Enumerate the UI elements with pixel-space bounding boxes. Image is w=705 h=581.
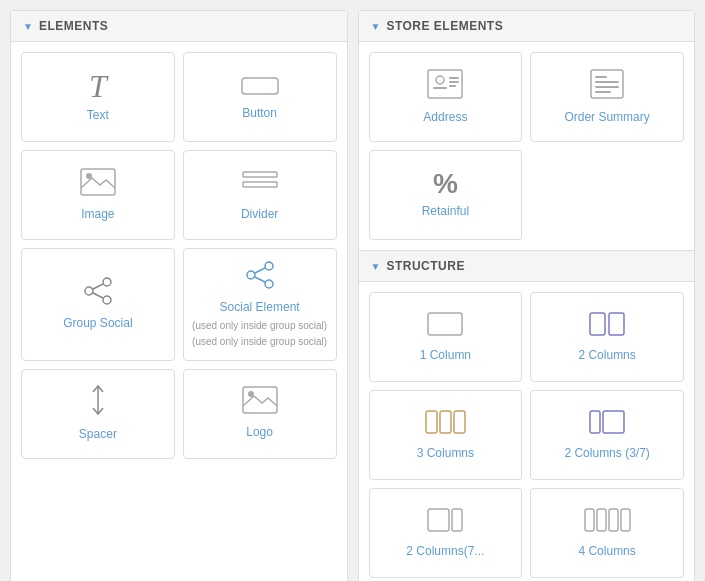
2-columns-7-icon <box>426 507 464 538</box>
text-icon: T <box>89 70 107 102</box>
svg-rect-36 <box>603 411 624 433</box>
store-elements-grid: Address Order Summary % Ret <box>359 42 695 250</box>
svg-rect-0 <box>242 78 278 94</box>
element-card-order-summary[interactable]: Order Summary <box>530 52 684 142</box>
element-card-3-columns[interactable]: 3 Columns <box>369 390 523 480</box>
element-card-logo[interactable]: Logo <box>183 369 337 459</box>
element-card-image[interactable]: Image <box>21 150 175 240</box>
svg-rect-26 <box>595 81 619 83</box>
element-label-2-columns-37: 2 Columns (3/7) <box>564 446 649 462</box>
element-label-retainful: Retainful <box>422 204 469 220</box>
store-panel-title: STORE ELEMENTS <box>386 19 503 33</box>
store-structure-panel: ▼ STORE ELEMENTS Address <box>358 10 696 581</box>
svg-line-13 <box>255 268 265 273</box>
element-card-button[interactable]: Button <box>183 52 337 142</box>
element-card-group-social[interactable]: Group Social <box>21 248 175 361</box>
svg-rect-38 <box>452 509 462 531</box>
image-icon <box>80 168 116 201</box>
svg-rect-24 <box>591 70 623 98</box>
svg-point-12 <box>265 280 273 288</box>
element-label-image: Image <box>81 207 114 223</box>
element-label-social-element: Social Element <box>220 300 300 316</box>
svg-rect-23 <box>449 85 456 87</box>
logo-icon <box>242 386 278 419</box>
element-label-button: Button <box>242 106 277 122</box>
svg-rect-42 <box>621 509 630 531</box>
divider-icon <box>241 168 279 201</box>
2-columns-icon <box>588 311 626 342</box>
svg-rect-18 <box>428 70 462 98</box>
svg-rect-29 <box>428 313 462 335</box>
svg-rect-22 <box>449 81 459 83</box>
svg-rect-37 <box>428 509 449 531</box>
svg-rect-20 <box>433 87 447 89</box>
element-label-logo: Logo <box>246 425 273 441</box>
element-label-1-column: 1 Column <box>420 348 471 364</box>
svg-rect-4 <box>243 182 277 187</box>
element-card-4-columns[interactable]: 4 Columns <box>530 488 684 578</box>
svg-rect-28 <box>595 91 611 93</box>
elements-chevron-icon: ▼ <box>23 21 33 32</box>
order-summary-icon <box>590 69 624 104</box>
4-columns-icon <box>583 507 631 538</box>
svg-rect-31 <box>609 313 624 335</box>
svg-point-10 <box>265 262 273 270</box>
element-card-divider[interactable]: Divider <box>183 150 337 240</box>
element-card-2-columns-37[interactable]: 2 Columns (3/7) <box>530 390 684 480</box>
svg-rect-39 <box>585 509 594 531</box>
element-label-3-columns: 3 Columns <box>417 446 474 462</box>
svg-point-19 <box>436 76 444 84</box>
svg-point-5 <box>103 278 111 286</box>
svg-point-11 <box>247 271 255 279</box>
svg-point-7 <box>103 296 111 304</box>
svg-line-9 <box>93 293 103 298</box>
element-label-2-columns: 2 Columns <box>578 348 635 364</box>
3-columns-icon <box>424 409 466 440</box>
element-card-2-columns-7[interactable]: 2 Columns(7... <box>369 488 523 578</box>
element-card-address[interactable]: Address <box>369 52 523 142</box>
structure-grid: 1 Column 2 Columns <box>359 282 695 581</box>
svg-rect-41 <box>609 509 618 531</box>
store-chevron-icon: ▼ <box>371 21 381 32</box>
svg-rect-1 <box>81 169 115 195</box>
element-label-order-summary: Order Summary <box>564 110 649 126</box>
elements-grid: T Text Button <box>11 42 347 469</box>
element-sublabel-social-element: (used only inside group social) <box>192 319 327 332</box>
panels-container: ▼ ELEMENTS T Text Button <box>10 10 695 581</box>
element-label-2-columns-7: 2 Columns(7... <box>406 544 484 560</box>
element-label-4-columns: 4 Columns <box>578 544 635 560</box>
elements-panel-title: ELEMENTS <box>39 19 108 33</box>
2-columns-37-icon <box>588 409 626 440</box>
element-card-text[interactable]: T Text <box>21 52 175 142</box>
svg-rect-27 <box>595 86 619 88</box>
svg-rect-40 <box>597 509 606 531</box>
element-label-spacer: Spacer <box>79 427 117 443</box>
element-card-1-column[interactable]: 1 Column <box>369 292 523 382</box>
element-card-2-columns[interactable]: 2 Columns <box>530 292 684 382</box>
elements-panel: ▼ ELEMENTS T Text Button <box>10 10 348 581</box>
svg-rect-25 <box>595 76 607 78</box>
element-label-text: Text <box>87 108 109 124</box>
svg-rect-16 <box>243 387 277 413</box>
svg-point-6 <box>85 287 93 295</box>
element-card-social-element[interactable]: Social Element (used only inside group s… <box>183 248 337 361</box>
svg-line-8 <box>93 284 103 289</box>
svg-rect-35 <box>590 411 600 433</box>
element-label-divider: Divider <box>241 207 278 223</box>
retainful-icon: % <box>433 170 458 198</box>
social-element-icon <box>245 261 275 294</box>
element-card-spacer[interactable]: Spacer <box>21 369 175 459</box>
group-social-icon <box>83 277 113 310</box>
1-column-icon <box>426 311 464 342</box>
svg-rect-30 <box>590 313 605 335</box>
structure-panel-header: ▼ STRUCTURE <box>359 250 695 282</box>
store-panel-header: ▼ STORE ELEMENTS <box>359 11 695 42</box>
address-icon <box>427 69 463 104</box>
svg-rect-3 <box>243 172 277 177</box>
element-label-group-social: Group Social <box>63 316 132 332</box>
svg-rect-34 <box>454 411 465 433</box>
spacer-icon <box>88 384 108 421</box>
element-card-retainful[interactable]: % Retainful <box>369 150 523 240</box>
element-sublabel-social-element2: (used only inside group social) <box>192 335 327 348</box>
svg-line-14 <box>255 277 265 282</box>
